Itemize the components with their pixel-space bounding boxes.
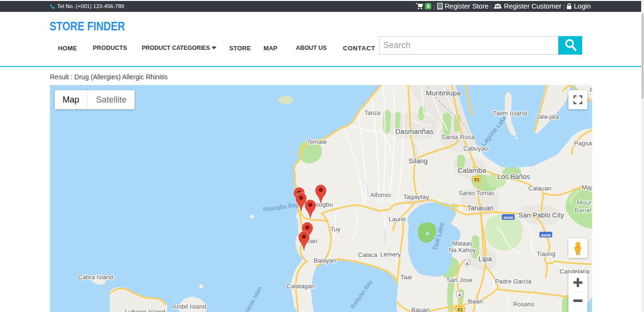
svg-text:Tuy: Tuy — [330, 226, 341, 233]
svg-text:AH26: AH26 — [541, 233, 551, 237]
svg-text:Rosario: Rosario — [513, 301, 535, 308]
svg-text:P: P — [590, 86, 592, 94]
svg-text:Santo Tomas: Santo Tomas — [459, 189, 495, 197]
svg-text:Calaca: Calaca — [358, 251, 378, 258]
svg-text:Talim Island: Talim Island — [493, 110, 527, 117]
svg-text:AH26: AH26 — [503, 216, 513, 220]
svg-text:Na Kahoy: Na Kahoy — [449, 246, 476, 254]
svg-text:Bauan: Bauan — [411, 306, 429, 312]
svg-text:Mount: Mount — [577, 199, 592, 206]
svg-text:Santa Rosa: Santa Rosa — [441, 133, 475, 141]
svg-text:Dasmariñas: Dasmariñas — [395, 127, 433, 135]
svg-text:Muntinlupa: Muntinlupa — [426, 89, 461, 97]
svg-text:Cabra Island: Cabra Island — [78, 274, 113, 281]
svg-text:4: 4 — [459, 293, 461, 297]
svg-text:Banahaw: Banahaw — [575, 207, 592, 214]
svg-text:Calamba: Calamba — [458, 166, 487, 174]
svg-text:Calatagan: Calatagan — [286, 283, 314, 290]
svg-text:Tanauan: Tanauan — [467, 204, 494, 212]
svg-text:Lipa: Lipa — [478, 255, 492, 263]
svg-text:4: 4 — [466, 261, 468, 266]
svg-text:E2: E2 — [458, 307, 463, 312]
svg-text:Silang: Silang — [409, 157, 428, 165]
svg-text:Los Baños: Los Baños — [498, 173, 530, 180]
svg-text:Majayjay: Majayjay — [582, 184, 592, 191]
svg-text:Jala-jala: Jala-jala — [536, 113, 559, 120]
svg-text:Balayan: Balayan — [314, 257, 336, 264]
svg-text:Calauan: Calauan — [528, 185, 551, 192]
svg-text:Lubang Island: Lubang Island — [125, 308, 166, 312]
svg-text:Tiaong: Tiaong — [537, 250, 555, 257]
svg-text:Mataas: Mataas — [452, 240, 473, 247]
svg-text:Alfonso: Alfonso — [370, 191, 390, 199]
svg-text:Ambil Island: Ambil Island — [173, 303, 206, 310]
svg-text:Padre Garcia: Padre Garcia — [495, 278, 532, 285]
svg-text:Ternate: Ternate — [307, 139, 327, 145]
svg-text:Ibaan: Ibaan — [468, 298, 483, 305]
svg-text:Lemery: Lemery — [380, 251, 401, 258]
svg-text:Tagaytay: Tagaytay — [403, 193, 429, 200]
svg-text:Taal: Taal — [400, 274, 412, 281]
svg-text:Laurel: Laurel — [389, 216, 406, 223]
svg-text:San Pablo City: San Pablo City — [518, 211, 565, 219]
svg-text:E2: E2 — [474, 177, 479, 182]
svg-text:Pagsanjan: Pagsanjan — [574, 140, 592, 147]
svg-text:San Jose: San Jose — [447, 276, 472, 284]
svg-text:Tanza: Tanza — [364, 110, 380, 116]
